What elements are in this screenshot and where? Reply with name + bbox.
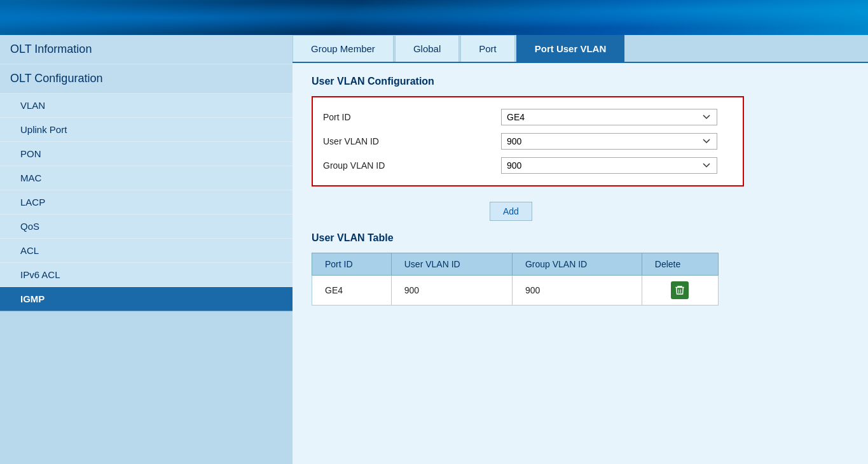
- page-content: User VLAN Configuration Port IDGE1GE2GE3…: [293, 63, 868, 464]
- col-header-port-id: Port ID: [312, 253, 392, 276]
- cell-user_vlan_id: 900: [391, 276, 512, 306]
- config-select-group-vlan-id[interactable]: 1002003004005006007008009001000: [501, 157, 717, 174]
- sidebar-item-uplink-port[interactable]: Uplink Port: [0, 118, 293, 142]
- table-body: GE4900900: [312, 276, 719, 306]
- col-header-delete: Delete: [642, 253, 718, 276]
- tab-group-member[interactable]: Group Member: [293, 35, 394, 62]
- config-row-group-vlan-id: Group VLAN ID100200300400500600700800900…: [323, 153, 733, 178]
- delete-button[interactable]: [671, 281, 689, 299]
- table-header: Port IDUser VLAN IDGroup VLAN IDDelete: [312, 253, 719, 276]
- sidebar-item-qos[interactable]: QoS: [0, 214, 293, 239]
- tab-bar: Group MemberGlobalPortPort User VLAN: [293, 35, 868, 63]
- sidebar-item-olt-config[interactable]: OLT Configuration: [0, 64, 293, 94]
- config-box: Port IDGE1GE2GE3GE4GE5GE6GE7GE8User VLAN…: [312, 96, 744, 186]
- sidebar-item-igmp[interactable]: IGMP: [0, 287, 293, 311]
- tab-port[interactable]: Port: [460, 35, 515, 62]
- config-section-title: User VLAN Configuration: [312, 76, 849, 87]
- header-banner: [0, 0, 868, 35]
- config-row-port-id: Port IDGE1GE2GE3GE4GE5GE6GE7GE8: [323, 105, 733, 129]
- cell-port_id: GE4: [312, 276, 392, 306]
- table-row: GE4900900: [312, 276, 719, 306]
- add-button[interactable]: Add: [490, 202, 532, 221]
- cell-group_vlan_id: 900: [512, 276, 642, 306]
- config-row-user-vlan-id: User VLAN ID1002003004005006007008009001…: [323, 129, 733, 153]
- tab-global[interactable]: Global: [395, 35, 459, 62]
- content-area: Group MemberGlobalPortPort User VLAN Use…: [293, 35, 868, 464]
- sidebar-item-mac[interactable]: MAC: [0, 166, 293, 190]
- sidebar: OLT InformationOLT ConfigurationVLANUpli…: [0, 35, 293, 464]
- col-header-user-vlan-id: User VLAN ID: [391, 253, 512, 276]
- sidebar-item-lacp[interactable]: LACP: [0, 190, 293, 214]
- config-select-port-id[interactable]: GE1GE2GE3GE4GE5GE6GE7GE8: [501, 109, 717, 125]
- sidebar-item-acl[interactable]: ACL: [0, 239, 293, 263]
- sidebar-item-vlan[interactable]: VLAN: [0, 94, 293, 118]
- table-section-title: User VLAN Table: [312, 232, 849, 244]
- sidebar-item-olt-info[interactable]: OLT Information: [0, 35, 293, 64]
- config-label-group-vlan-id: Group VLAN ID: [323, 160, 501, 171]
- tab-port-user-vlan[interactable]: Port User VLAN: [516, 35, 625, 62]
- col-header-group-vlan-id: Group VLAN ID: [512, 253, 642, 276]
- config-label-port-id: Port ID: [323, 112, 501, 122]
- cell-delete: [642, 276, 718, 306]
- config-label-user-vlan-id: User VLAN ID: [323, 136, 501, 146]
- config-select-user-vlan-id[interactable]: 1002003004005006007008009001000: [501, 133, 717, 150]
- sidebar-item-ipv6-acl[interactable]: IPv6 ACL: [0, 263, 293, 287]
- sidebar-item-pon[interactable]: PON: [0, 142, 293, 166]
- vlan-table: Port IDUser VLAN IDGroup VLAN IDDelete G…: [312, 253, 719, 306]
